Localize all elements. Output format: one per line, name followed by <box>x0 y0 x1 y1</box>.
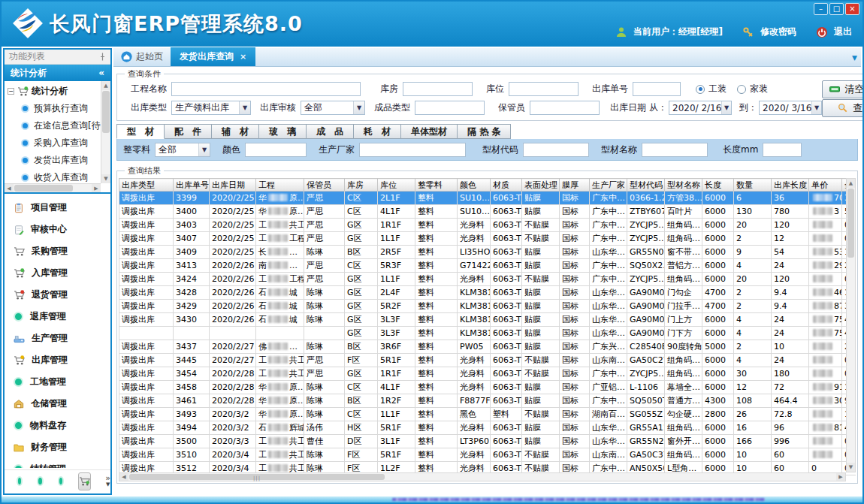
date-to-select[interactable]: 2020/ 3/16▼ <box>759 101 822 115</box>
scrollbar-thumb[interactable] <box>847 189 854 258</box>
tree-vertical-scrollbar[interactable]: ▲ ▼ <box>101 81 110 183</box>
location-input[interactable] <box>509 82 579 96</box>
table-row[interactable]: 调拨出库34452020/2/27工共工程严思F区5R1F整料光身料6063-T… <box>119 354 856 367</box>
table-row[interactable]: 调拨出库34542020/2/28工共工程严思G区1R1F整料光身料6063-T… <box>119 367 856 381</box>
material-tab-4[interactable]: 玻 璃 <box>259 124 307 139</box>
maximize-button[interactable]: □ <box>829 3 844 15</box>
material-tab-6[interactable]: 耗 材 <box>354 124 401 139</box>
material-tab-3[interactable]: 辅 材 <box>212 124 259 139</box>
table-row[interactable]: 调拨出库34302020/2/26石城陈琳G区3L3F整料KLM38176063… <box>119 313 856 327</box>
scrollbar-thumb[interactable]: ||| <box>129 474 385 480</box>
minimize-button[interactable]: – <box>814 3 828 15</box>
close-button[interactable]: × <box>845 3 859 15</box>
out-type-select[interactable]: 生产领料出库▼ <box>171 101 251 115</box>
sidebar-item-结转管理[interactable]: 结转管理 <box>5 458 110 468</box>
table-row[interactable]: G区3L3F整料KLM38176063-T5贴膜国标山东华…GA90M09…门下… <box>119 327 856 340</box>
table-row[interactable]: 调拨出库34292020/2/26石城陈琳G区5R2F整料KLM38176063… <box>119 300 856 313</box>
table-row[interactable]: 调拨出库34372020/2/27佛…陈琳B区3R6F整料PW056063-T5… <box>119 340 856 354</box>
sidebar-tree-item[interactable]: 收货入库查询 <box>5 169 101 183</box>
sidebar-section-header[interactable]: 统计分析 « <box>5 65 110 81</box>
radio-industrial[interactable] <box>696 85 705 94</box>
column-header[interactable]: 数量 <box>734 179 772 192</box>
whole-part-select[interactable]: 全部▼ <box>155 143 210 157</box>
length-input[interactable] <box>763 143 802 157</box>
sidebar-tree-item[interactable]: 发货出库查询 <box>5 152 101 169</box>
table-horizontal-scrollbar[interactable]: ◀ ||| ▶ <box>119 472 846 481</box>
table-row[interactable]: 调拨出库34932020/3/2华原…陈琳C区1L1F整料黑色塑料不贴膜国标湖南… <box>119 408 856 421</box>
tab-home[interactable]: 起始页 <box>113 47 171 66</box>
sidebar-tree-item[interactable]: 采购入库查询 <box>5 134 101 152</box>
sidebar-tree-item[interactable]: 在途信息查询[待 <box>5 117 101 134</box>
logout-link[interactable]: 退出 <box>834 26 852 38</box>
table-row[interactable]: 调拨出库34612020/2/28华原…陈琳B区1R2F整料F8877FT606… <box>119 394 856 408</box>
table-row[interactable]: 调拨出库34032020/2/25工共工程严思G区1R1F整料光身料6063-T… <box>119 219 856 232</box>
column-header[interactable]: 表面处理 <box>522 179 560 192</box>
scroll-left-icon[interactable]: ◀ <box>5 184 14 193</box>
order-no-input[interactable] <box>633 82 681 96</box>
profile-name-input[interactable] <box>642 143 708 157</box>
sidebar-item-生产管理[interactable]: 生产管理 <box>5 327 110 349</box>
sidebar-item-出库管理[interactable]: 出库管理 <box>5 349 110 371</box>
column-header[interactable]: 单价 <box>809 179 842 192</box>
sidebar-item-财务管理[interactable]: 财务管理 <box>5 436 110 458</box>
column-header[interactable]: 库位 <box>378 179 415 192</box>
material-tab-1[interactable]: 型 材 <box>116 124 165 139</box>
table-row[interactable]: 调拨出库33992020/2/25华原…严思C区2L1F整料SU10…6063-… <box>119 192 856 205</box>
sidebar-item-退库管理[interactable]: 退库管理 <box>5 306 110 327</box>
column-header[interactable]: 工程 <box>256 179 304 192</box>
sidebar-item-入库管理[interactable]: 入库管理 <box>5 262 110 284</box>
sidebar-item-物料盘存[interactable]: 物料盘存 <box>5 415 110 436</box>
table-row[interactable]: 调拨出库34942020/3/2石辉城汤伟H区5R1F整料光身料6063-T5贴… <box>119 421 856 435</box>
sidebar-item-退货管理[interactable]: 退货管理 <box>5 284 110 306</box>
material-tab-8[interactable]: 隔 热 条 <box>458 124 511 139</box>
sidebar-item-工地管理[interactable]: 工地管理 <box>5 371 110 393</box>
clear-conditions-button[interactable]: 清空条件 <box>822 80 864 98</box>
material-tab-5[interactable]: 成 品 <box>307 124 354 139</box>
tab-close-icon[interactable]: × <box>240 52 246 62</box>
scroll-left-icon[interactable]: ◀ <box>119 473 128 481</box>
column-header[interactable]: 膜厚 <box>560 179 590 192</box>
scroll-up-icon[interactable]: ▲ <box>847 179 855 188</box>
tree-root-node[interactable]: − 统计分析 <box>5 83 101 100</box>
column-header[interactable]: 整零料 <box>415 179 458 192</box>
cart-toolbar-button[interactable] <box>78 472 91 490</box>
column-header[interactable]: 材质 <box>491 179 522 192</box>
scroll-up-icon[interactable]: ▲ <box>101 81 110 90</box>
column-header[interactable]: 出库长度 <box>772 179 809 192</box>
column-header[interactable]: 库房 <box>345 179 378 192</box>
collapse-icon[interactable]: « <box>98 68 104 78</box>
scroll-right-icon[interactable]: ▶ <box>836 473 845 481</box>
scroll-down-icon[interactable]: ▼ <box>101 174 110 183</box>
table-row[interactable]: 调拨出库35102020/3/4工共工程陈琳F区5R1F整料光身料6063-T5… <box>119 448 856 462</box>
table-row[interactable]: 调拨出库34282020/2/26石城陈琳G区2L4F整料KLM38176063… <box>119 286 856 300</box>
product-type-input[interactable] <box>415 101 485 115</box>
table-row[interactable]: 调拨出库34582020/2/28华原…陈琳C区4L1F整料光身料6063-T5… <box>119 381 856 394</box>
material-tab-2[interactable]: 配 件 <box>165 124 212 139</box>
column-header[interactable]: 长度 <box>702 179 734 192</box>
column-header[interactable]: 出库单号 <box>174 179 210 192</box>
table-row[interactable]: 调拨出库34092020/2/25长…陈琳B区2R5F整料LI35HO6063-… <box>119 246 856 259</box>
sidebar-item-采购管理[interactable]: 采购管理 <box>5 240 110 262</box>
keeper-input[interactable] <box>530 101 600 115</box>
column-header[interactable]: 出库日期 <box>210 179 256 192</box>
scroll-right-icon[interactable]: ▶ <box>92 184 101 193</box>
column-header[interactable]: 颜色 <box>458 179 491 192</box>
sidebar-item-审核中心[interactable]: 审核中心 <box>5 219 110 240</box>
project-name-input[interactable] <box>171 82 361 96</box>
table-vertical-scrollbar[interactable]: ▲ ▼ <box>846 178 856 472</box>
audit-select[interactable]: 全部▼ <box>301 101 365 115</box>
table-row[interactable]: 调拨出库35002020/3/3工共工程曹佳D区3L1F整料LT3P606063… <box>119 435 856 448</box>
search-button[interactable]: 查 询 <box>822 99 864 117</box>
module-dot-icon[interactable] <box>37 476 43 486</box>
table-row[interactable]: 调拨出库34242020/2/26工工程严思G区1L1F整料光身料6063-T5… <box>119 273 856 286</box>
table-row[interactable]: 调拨出库34002020/2/25华原…严思C区4L1F整料SU10…6063-… <box>119 205 856 219</box>
color-input[interactable] <box>245 143 307 157</box>
module-dot-icon[interactable] <box>17 476 23 486</box>
scrollbar-thumb[interactable] <box>14 185 73 192</box>
pin-icon[interactable] <box>99 53 106 61</box>
column-header[interactable]: 出库类型 <box>119 179 174 192</box>
tree-horizontal-scrollbar[interactable]: ◀ ▶ <box>5 183 101 192</box>
tab-list-caret-icon[interactable]: ▼ <box>852 54 857 62</box>
material-tab-7[interactable]: 单体型材 <box>401 124 458 139</box>
tab-active[interactable]: 发货出库查询 × <box>171 47 255 66</box>
